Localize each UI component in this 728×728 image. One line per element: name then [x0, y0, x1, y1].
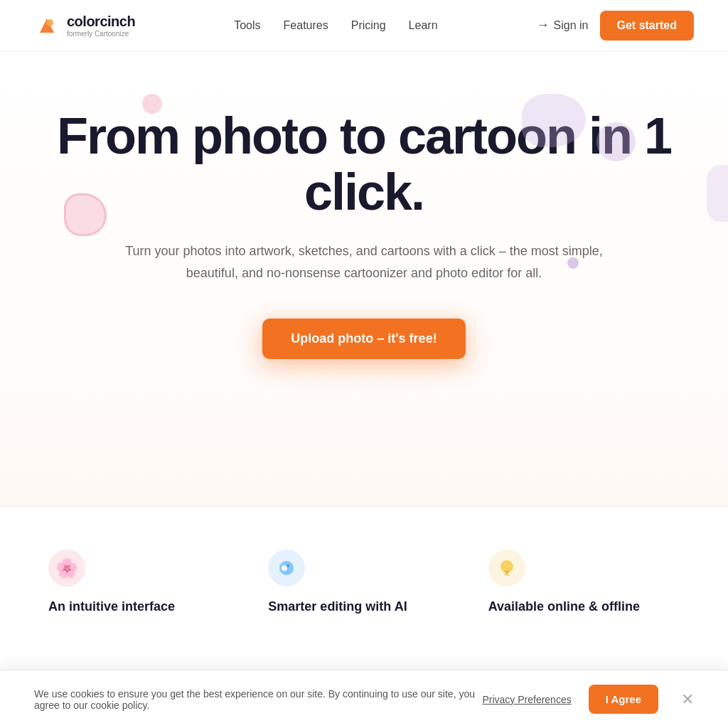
hero-subtext: Turn your photos into artwork, sketches,… — [122, 240, 606, 284]
nav-links: Tools Features Pricing Learn — [234, 19, 437, 32]
navbar: colorcinch formerly Cartoonize Tools Fea… — [0, 0, 728, 51]
offline-icon-svg — [497, 558, 517, 578]
hero-section: From photo to cartoon in 1 click. Turn y… — [0, 51, 728, 506]
feature-ai-title: Smarter editing with AI — [268, 599, 459, 614]
feature-intuitive-icon: 🌸 — [48, 550, 85, 587]
svg-rect-7 — [505, 571, 509, 572]
ai-icon-svg — [277, 558, 296, 578]
hero-headline: From photo to cartoon in 1 click. — [44, 108, 684, 220]
feature-intuitive-title: An intuitive interface — [48, 599, 240, 614]
logo[interactable]: colorcinch formerly Cartoonize — [34, 13, 135, 38]
svg-point-5 — [287, 564, 289, 567]
feature-intuitive: 🌸 An intuitive interface — [34, 550, 254, 614]
decorative-blob-6 — [707, 165, 728, 222]
logo-icon — [34, 13, 60, 38]
nav-learn[interactable]: Learn — [409, 19, 438, 32]
feature-ai: Smarter editing with AI — [254, 550, 473, 614]
get-started-button[interactable]: Get started — [600, 11, 694, 41]
logo-subtitle: formerly Cartoonize — [67, 30, 135, 38]
svg-rect-9 — [504, 574, 510, 576]
features-section: 🌸 An intuitive interface Smarter editing… — [0, 506, 728, 643]
feature-offline: Available online & offline — [474, 550, 694, 614]
svg-point-4 — [282, 565, 287, 571]
feature-offline-title: Available online & offline — [488, 599, 680, 614]
nav-actions: → Sign in Get started — [537, 11, 694, 41]
svg-rect-8 — [505, 572, 508, 574]
feature-ai-icon — [268, 550, 305, 587]
logo-name: colorcinch — [67, 14, 135, 30]
nav-pricing[interactable]: Pricing — [351, 19, 386, 32]
feature-offline-icon — [488, 550, 525, 587]
svg-point-2 — [46, 19, 53, 26]
sign-in-icon: → — [537, 18, 550, 33]
sign-in-button[interactable]: → Sign in — [537, 18, 589, 33]
nav-features[interactable]: Features — [284, 19, 328, 32]
nav-tools[interactable]: Tools — [234, 19, 260, 32]
upload-button[interactable]: Upload photo – it's free! — [262, 318, 465, 359]
